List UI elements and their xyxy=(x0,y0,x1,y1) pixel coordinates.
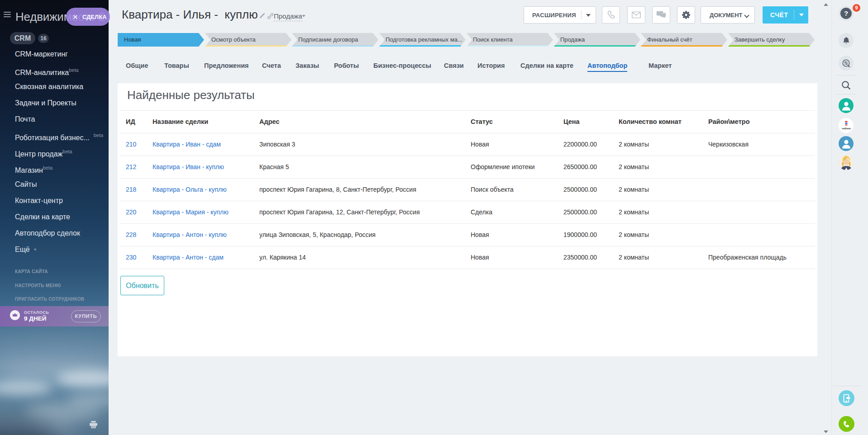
svg-text:redhem: redhem xyxy=(842,127,851,129)
